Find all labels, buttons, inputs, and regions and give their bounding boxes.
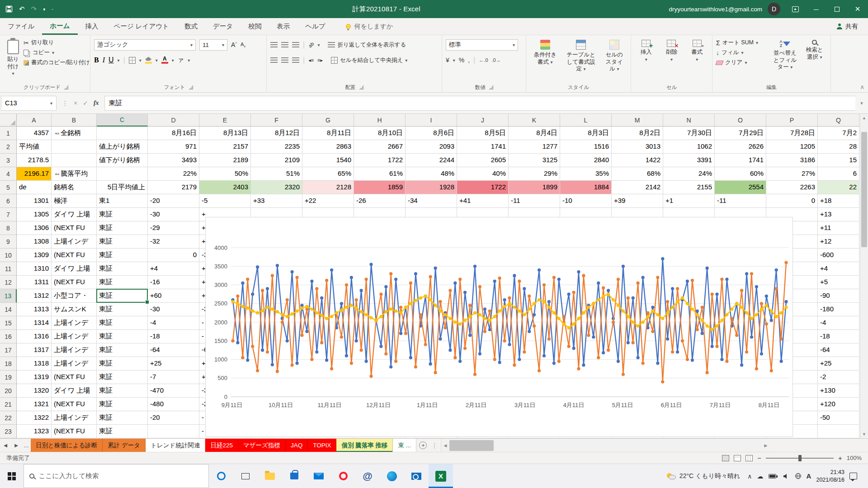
cell-D9[interactable]: -32	[148, 235, 199, 249]
horizontal-scroll-thumb[interactable]	[449, 440, 494, 451]
cell-styles-button[interactable]: セルのスタイル ▾	[602, 38, 627, 82]
cell-F4[interactable]: 51%	[251, 167, 302, 181]
column-header-B[interactable]: B	[52, 114, 97, 127]
cell-M5[interactable]: 2142	[612, 181, 663, 194]
excel-taskbar-button[interactable]: X	[429, 464, 453, 488]
phonetic-button[interactable]: ァ	[178, 56, 184, 64]
align-bottom-icon[interactable]	[292, 42, 299, 47]
cell-K5[interactable]: 1899	[509, 181, 560, 194]
cell-D16[interactable]: -18	[148, 330, 199, 343]
cell-I5[interactable]: 1928	[406, 181, 457, 194]
undo-icon[interactable]: ↶	[19, 5, 25, 13]
sort-filter-button[interactable]: AZ 並べ替えとフィルター ▾	[770, 38, 799, 82]
cell-B7[interactable]: ダイワ 上場	[52, 208, 97, 221]
sheet-tab-5[interactable]: マザーズ指標	[238, 439, 286, 452]
cell-D11[interactable]: +4	[148, 262, 199, 276]
cell-B20[interactable]: ダイワ 上場	[52, 384, 97, 398]
sheet-tab-7[interactable]: TOPIX	[308, 439, 336, 452]
account-email[interactable]: dryyourtearswithlove1@gmail.com	[669, 6, 762, 13]
cell-D10[interactable]: 0	[148, 249, 199, 262]
cell-B3[interactable]	[52, 154, 97, 167]
cell-B23[interactable]: (NEXT FU	[52, 425, 97, 438]
cell-F6[interactable]: +33	[251, 194, 302, 208]
row-header-4[interactable]: 4	[0, 167, 17, 181]
cancel-icon[interactable]: ×	[74, 99, 77, 107]
redo-icon[interactable]: ↷	[31, 5, 37, 13]
cell-Q19[interactable]: -2	[818, 371, 859, 384]
column-header-M[interactable]: M	[612, 114, 663, 127]
row-header-1[interactable]: 1	[0, 127, 17, 140]
grow-font-button[interactable]: A^	[231, 41, 237, 48]
cell-D18[interactable]: +25	[148, 357, 199, 371]
align-middle-icon[interactable]	[281, 42, 288, 47]
zoom-slider[interactable]	[766, 458, 834, 459]
cell-Q3[interactable]: 15	[818, 154, 859, 167]
cell-F2[interactable]: 2235	[251, 140, 302, 154]
row-header-9[interactable]: 9	[0, 235, 17, 249]
cell-H4[interactable]: 61%	[354, 167, 406, 181]
cell-D8[interactable]: -29	[148, 221, 199, 235]
cell-A2[interactable]: 平均値	[17, 140, 52, 154]
cell-H3[interactable]: 1722	[354, 154, 406, 167]
task-view-button[interactable]	[233, 464, 258, 488]
row-header-13[interactable]: 13	[0, 289, 17, 303]
cell-C10[interactable]: 東証	[97, 249, 148, 262]
align-center-icon[interactable]	[281, 57, 288, 63]
column-header-C[interactable]: C	[97, 114, 148, 127]
cell-B12[interactable]: (NEXT FU	[52, 276, 97, 289]
sheet-nav-left-icon[interactable]: ◀	[0, 439, 11, 452]
onedrive-cloud-icon[interactable]: ☁	[757, 473, 764, 480]
formula-input[interactable]: 東証	[104, 96, 855, 111]
cell-A13[interactable]: 1312	[17, 289, 52, 303]
column-header-E[interactable]: E	[199, 114, 251, 127]
cell-B4[interactable]: ⇔騰落平均	[52, 167, 97, 181]
format-cells-button[interactable]: ▪ 書式▾	[686, 38, 708, 82]
cell-A9[interactable]: 1308	[17, 235, 52, 249]
ribbon-display-options-button[interactable]	[785, 0, 806, 18]
column-header-J[interactable]: J	[457, 114, 509, 127]
cell-C20[interactable]: 東証	[97, 384, 148, 398]
row-header-8[interactable]: 8	[0, 221, 17, 235]
cell-H1[interactable]: 8月10日	[354, 127, 406, 140]
cell-M4[interactable]: 68%	[612, 167, 663, 181]
scroll-left-icon[interactable]: ◀	[441, 443, 449, 448]
cell-B8[interactable]: (NEXT FU	[52, 221, 97, 235]
cell-M6[interactable]: +39	[612, 194, 663, 208]
number-format-combo[interactable]: 標準▾	[446, 39, 518, 51]
cell-N4[interactable]: 24%	[663, 167, 715, 181]
format-as-table-button[interactable]: テーブルとして書式設定 ▾	[563, 38, 599, 82]
comma-style-button[interactable]: ,	[468, 56, 470, 64]
file-explorer-button[interactable]	[258, 464, 282, 488]
minimize-button[interactable]: ─	[806, 0, 826, 18]
bold-button[interactable]: B	[94, 56, 99, 64]
cell-A5[interactable]: de	[17, 181, 52, 194]
orientation-icon[interactable]: ab	[307, 41, 315, 48]
cell-P1[interactable]: 7月28日	[766, 127, 818, 140]
fill-color-button[interactable]	[145, 57, 152, 64]
sheet-tab-8[interactable]: 個別 騰落率 推移	[336, 439, 393, 452]
cell-B15[interactable]: 上場インデ	[52, 316, 97, 330]
cell-B17[interactable]: 上場インデ	[52, 343, 97, 357]
cell-C3[interactable]: 値下がり銘柄	[97, 154, 148, 167]
cell-Q16[interactable]: -18	[818, 330, 859, 343]
cell-C15[interactable]: 東証	[97, 316, 148, 330]
store-button[interactable]	[282, 464, 307, 488]
cell-Q22[interactable]: -50	[818, 411, 859, 425]
cell-K4[interactable]: 29%	[509, 167, 560, 181]
cell-L2[interactable]: 1516	[560, 140, 612, 154]
select-all-corner[interactable]	[0, 114, 17, 127]
network-icon[interactable]	[795, 473, 802, 479]
cell-C4[interactable]	[97, 167, 148, 181]
cell-P5[interactable]: 2263	[766, 181, 818, 194]
cell-B2[interactable]	[52, 140, 97, 154]
dialog-launcher-icon[interactable]	[189, 85, 193, 89]
cell-C12[interactable]: 東証	[97, 276, 148, 289]
speaker-icon[interactable]	[783, 473, 790, 479]
paste-button[interactable]: 貼り付け ▾	[5, 38, 21, 82]
italic-button[interactable]: I	[103, 56, 105, 64]
cell-D20[interactable]: -470	[148, 384, 199, 398]
cell-A6[interactable]: 1301	[17, 194, 52, 208]
maximize-button[interactable]	[826, 0, 847, 18]
cell-Q23[interactable]	[818, 425, 859, 438]
align-right-icon[interactable]	[292, 57, 299, 63]
